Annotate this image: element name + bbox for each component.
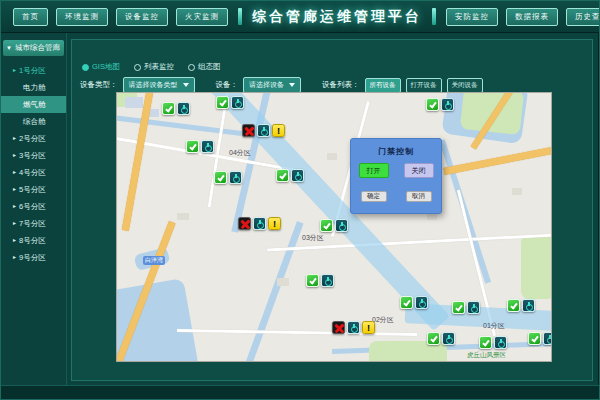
status-ok-icon[interactable]: [400, 296, 413, 309]
sidebar-item-4号分区[interactable]: ▸4号分区: [1, 164, 66, 181]
nav-button-设备监控[interactable]: 设备监控: [116, 8, 168, 26]
status-fault-icon[interactable]: [332, 321, 345, 334]
status-ok-icon[interactable]: [479, 336, 492, 349]
power-icon[interactable]: [177, 102, 190, 115]
device-marker[interactable]: [427, 332, 455, 345]
close-button[interactable]: 关闭: [404, 163, 434, 178]
device-marker[interactable]: [426, 98, 454, 111]
status-ok-icon[interactable]: [426, 98, 439, 111]
sidebar-item-1号分区[interactable]: ▸1号分区: [1, 62, 66, 79]
view-tab-GIS地图[interactable]: GIS地图: [82, 62, 120, 72]
sidebar-item-5号分区[interactable]: ▸5号分区: [1, 181, 66, 198]
dialog-title: 门禁控制: [351, 146, 441, 157]
power-icon[interactable]: [543, 332, 552, 345]
list-button-所有设备[interactable]: 所有设备: [365, 78, 401, 93]
device-list-buttons: 所有设备打开设备关闭设备: [365, 78, 483, 93]
map-canvas[interactable]: 门禁控制 打开 关闭 确定 取消 04分区03分区02分区01分区白洋湾虎丘山风…: [116, 92, 552, 362]
device-marker[interactable]: [162, 102, 190, 115]
open-button[interactable]: 打开: [359, 163, 389, 178]
sidebar-item-燃气舱[interactable]: 燃气舱: [1, 96, 66, 113]
sidebar-tree: ▼ 城市综合管廊 ▸1号分区电力舱燃气舱综合舱▸2号分区▸3号分区▸4号分区▸5…: [1, 33, 67, 385]
power-icon[interactable]: [494, 336, 507, 349]
device-marker[interactable]: [507, 299, 535, 312]
device-select[interactable]: 请选择设备: [243, 77, 301, 93]
sidebar-item-综合舱[interactable]: 综合舱: [1, 113, 66, 130]
device-marker[interactable]: [320, 219, 348, 232]
sidebar-item-3号分区[interactable]: ▸3号分区: [1, 147, 66, 164]
sidebar-root-node[interactable]: ▼ 城市综合管廊: [3, 40, 64, 56]
nav-button-首页[interactable]: 首页: [13, 8, 48, 26]
power-stick: [500, 339, 502, 344]
dialog-action-row: 打开 关闭: [351, 163, 441, 178]
sidebar-item-7号分区[interactable]: ▸7号分区: [1, 215, 66, 232]
check-glyph: [309, 276, 316, 284]
device-marker[interactable]: [452, 301, 480, 314]
device-marker[interactable]: !: [238, 217, 281, 230]
nav-button-火灾监测[interactable]: 火灾监测: [176, 8, 228, 26]
device-marker[interactable]: [528, 332, 552, 345]
check-glyph: [403, 298, 410, 306]
sidebar-item-6号分区[interactable]: ▸6号分区: [1, 198, 66, 215]
nav-button-安防监控[interactable]: 安防监控: [446, 8, 498, 26]
device-marker[interactable]: [400, 296, 428, 309]
sidebar-item-2号分区[interactable]: ▸2号分区: [1, 130, 66, 147]
list-button-关闭设备[interactable]: 关闭设备: [447, 78, 483, 93]
status-ok-icon[interactable]: [507, 299, 520, 312]
sidebar-item-电力舱[interactable]: 电力舱: [1, 79, 66, 96]
power-icon[interactable]: [441, 98, 454, 111]
power-icon[interactable]: [522, 299, 535, 312]
device-marker[interactable]: !: [242, 124, 285, 137]
power-icon[interactable]: [321, 274, 334, 287]
device-marker[interactable]: [479, 336, 507, 349]
power-icon[interactable]: [253, 217, 266, 230]
ok-button[interactable]: 确定: [361, 191, 387, 202]
power-icon[interactable]: [347, 321, 360, 334]
status-fault-icon[interactable]: [238, 217, 251, 230]
status-ok-icon[interactable]: [452, 301, 465, 314]
power-icon[interactable]: [231, 96, 244, 109]
power-icon[interactable]: [201, 140, 214, 153]
map-building: [125, 97, 143, 108]
list-button-打开设备[interactable]: 打开设备: [406, 78, 442, 93]
alarm-icon[interactable]: !: [362, 321, 375, 334]
status-ok-icon[interactable]: [214, 171, 227, 184]
power-icon[interactable]: [257, 124, 270, 137]
sidebar-item-label: 8号分区: [19, 232, 46, 249]
nav-button-环境监测[interactable]: 环境监测: [56, 8, 108, 26]
power-icon[interactable]: [467, 301, 480, 314]
device-marker[interactable]: !: [332, 321, 375, 334]
nav-button-数据报表[interactable]: 数据报表: [506, 8, 558, 26]
power-icon[interactable]: [291, 169, 304, 182]
status-ok-icon[interactable]: [162, 102, 175, 115]
status-ok-icon[interactable]: [320, 219, 333, 232]
device-marker[interactable]: [306, 274, 334, 287]
radio-icon: [134, 64, 141, 71]
power-icon[interactable]: [229, 171, 242, 184]
sidebar-item-9号分区[interactable]: ▸9号分区: [1, 249, 66, 266]
status-fault-icon[interactable]: [242, 124, 255, 137]
device-marker[interactable]: [214, 171, 242, 184]
tree-arrow-icon: ▸: [13, 62, 16, 79]
device-marker[interactable]: [216, 96, 244, 109]
status-ok-icon[interactable]: [186, 140, 199, 153]
status-ok-icon[interactable]: [427, 332, 440, 345]
filter-row: 设备类型： 请选择设备类型 设备： 请选择设备 设备列表： 所有设备打开设备关闭…: [80, 77, 483, 93]
alarm-icon[interactable]: !: [272, 124, 285, 137]
status-ok-icon[interactable]: [216, 96, 229, 109]
status-ok-icon[interactable]: [276, 169, 289, 182]
cancel-button[interactable]: 取消: [406, 191, 432, 202]
view-tab-组态图[interactable]: 组态图: [188, 62, 221, 72]
status-ok-icon[interactable]: [528, 332, 541, 345]
power-icon[interactable]: [335, 219, 348, 232]
sidebar-item-8号分区[interactable]: ▸8号分区: [1, 232, 66, 249]
status-ok-icon[interactable]: [306, 274, 319, 287]
alarm-icon[interactable]: !: [268, 217, 281, 230]
nav-button-历史查询[interactable]: 历史查询: [566, 8, 600, 26]
device-marker[interactable]: [186, 140, 214, 153]
view-tab-列表监控[interactable]: 列表监控: [134, 62, 174, 72]
device-type-select[interactable]: 请选择设备类型: [123, 77, 195, 93]
sidebar-root-label: 城市综合管廊: [15, 43, 60, 53]
power-icon[interactable]: [442, 332, 455, 345]
device-marker[interactable]: [276, 169, 304, 182]
power-icon[interactable]: [415, 296, 428, 309]
